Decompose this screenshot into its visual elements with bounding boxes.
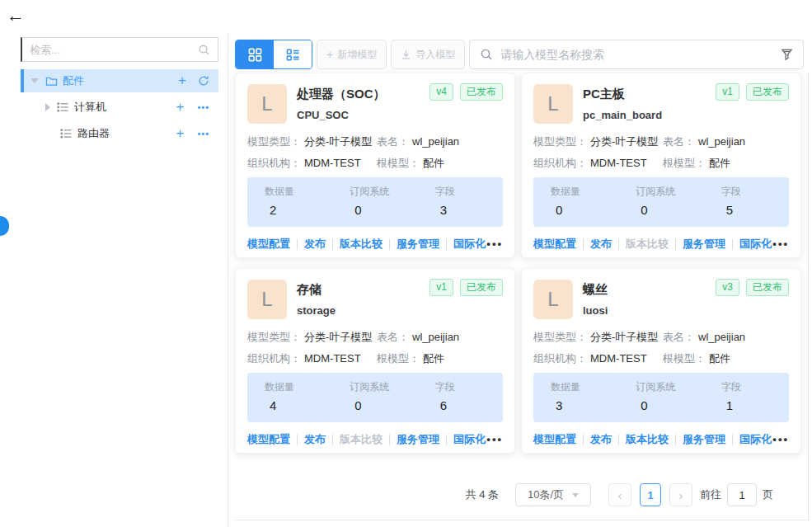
table-label: 表名： — [377, 330, 409, 345]
action-publish[interactable]: 发布 — [590, 432, 612, 447]
action-version-compare[interactable]: 版本比较 — [626, 237, 669, 252]
org-value: MDM-TEST — [304, 351, 361, 366]
card-info: 模型类型：分类-叶子模型 表名：wl_peijian 组织机构：MDM-TEST… — [247, 330, 503, 366]
card-view-toggle[interactable] — [236, 40, 274, 68]
action-publish[interactable]: 发布 — [590, 237, 612, 252]
tree-node-luyouqi[interactable]: 路由器 + ••• — [21, 122, 218, 145]
search-icon — [480, 48, 493, 61]
stat-label-fields: 字段 — [721, 186, 789, 197]
action-version-compare[interactable]: 版本比较 — [340, 432, 383, 447]
tree-node-label: 路由器 — [77, 126, 110, 141]
action-i18n[interactable]: 国际化 — [739, 432, 772, 447]
sidebar-divider — [228, 33, 228, 527]
action-publish[interactable]: 发布 — [304, 432, 326, 447]
next-page-button[interactable]: › — [669, 483, 692, 506]
status-badge: 已发布 — [460, 83, 503, 101]
model-code: storage — [297, 304, 336, 317]
stat-value-subscribers: 0 — [636, 399, 703, 412]
action-service-manage[interactable]: 服务管理 — [683, 432, 725, 447]
version-badge: v1 — [429, 279, 453, 296]
refresh-icon[interactable] — [198, 75, 209, 87]
card-actions: 模型配置 发布 版本比较 服务管理 国际化 ••• — [247, 432, 503, 447]
goto-page-input[interactable] — [727, 483, 757, 506]
card-actions: 模型配置 发布 版本比较 服务管理 国际化 ••• — [247, 237, 503, 252]
model-type-value: 分类-叶子模型 — [590, 134, 658, 149]
list-view-toggle[interactable] — [274, 40, 312, 68]
card-actions: 模型配置 发布 版本比较 服务管理 国际化 ••• — [533, 432, 789, 447]
stat-value-fields: 5 — [721, 204, 789, 217]
stats-panel: 数据量4 订阅系统0 字段6 — [247, 373, 503, 422]
model-type-label: 模型类型： — [533, 134, 587, 149]
add-node-icon[interactable]: + — [178, 74, 186, 87]
back-icon[interactable]: ← — [7, 5, 25, 26]
tree-node-label: 配件 — [63, 73, 84, 88]
avatar: L — [247, 84, 287, 124]
version-badge: v4 — [429, 83, 453, 101]
action-model-config[interactable]: 模型配置 — [533, 432, 576, 447]
panel-right-border — [808, 73, 809, 520]
tree-node-jisuanji[interactable]: 计算机 + ••• — [21, 96, 218, 119]
root-model-label: 根模型： — [663, 351, 706, 366]
avatar: L — [247, 280, 287, 319]
node-more-icon[interactable]: ••• — [197, 129, 209, 139]
model-card[interactable]: L PC主板 pc_main_board v1 已发布 模型类型：分类-叶子模型… — [521, 73, 801, 258]
stats-panel: 数据量2 订阅系统0 字段3 — [247, 177, 503, 227]
import-model-label: 导入模型 — [415, 48, 455, 62]
model-type-label: 模型类型： — [247, 134, 301, 149]
chevron-down-icon — [572, 493, 579, 497]
action-service-manage[interactable]: 服务管理 — [397, 432, 439, 447]
root-model-value: 配件 — [709, 351, 730, 366]
download-icon — [401, 49, 411, 60]
prev-page-button[interactable]: ‹ — [608, 483, 631, 506]
node-more-icon[interactable]: ••• — [197, 102, 209, 112]
stat-value-data-count: 4 — [265, 399, 332, 412]
org-label: 组织机构： — [247, 156, 301, 171]
action-publish[interactable]: 发布 — [304, 237, 326, 252]
more-actions-icon[interactable]: ••• — [772, 435, 789, 444]
total-count-label: 共 4 条 — [466, 487, 499, 502]
model-card[interactable]: L 存储 storage v1 已发布 模型类型：分类-叶子模型 表名：wl_p… — [235, 268, 515, 454]
drawer-toggle-handle[interactable] — [0, 216, 9, 236]
stat-label-data-count: 数据量 — [265, 186, 332, 197]
caret-right-icon[interactable] — [45, 103, 50, 111]
version-badge: v3 — [716, 279, 739, 296]
model-search-box — [469, 40, 804, 69]
tree-node-peijian[interactable]: 配件 + — [21, 69, 218, 92]
card-header: L 螺丝 luosi v3 已发布 — [533, 280, 789, 319]
org-value: MDM-TEST — [590, 156, 647, 171]
action-model-config[interactable]: 模型配置 — [247, 432, 290, 447]
filter-icon[interactable] — [781, 48, 793, 61]
action-version-compare[interactable]: 版本比较 — [626, 432, 669, 447]
model-card[interactable]: L 螺丝 luosi v3 已发布 模型类型：分类-叶子模型 表名：wl_pei… — [521, 268, 801, 454]
tree-search-input[interactable] — [30, 44, 198, 56]
page-unit-label: 页 — [763, 487, 773, 502]
stat-value-data-count: 0 — [551, 204, 618, 217]
more-actions-icon[interactable]: ••• — [486, 240, 503, 248]
action-service-manage[interactable]: 服务管理 — [683, 237, 725, 252]
model-code: pc_main_board — [583, 109, 662, 121]
action-i18n[interactable]: 国际化 — [453, 432, 486, 447]
action-service-manage[interactable]: 服务管理 — [397, 237, 439, 252]
action-i18n[interactable]: 国际化 — [739, 237, 772, 252]
add-model-button[interactable]: + 新增模型 — [317, 40, 387, 69]
page-number-button[interactable]: 1 — [640, 483, 661, 506]
import-model-button[interactable]: 导入模型 — [391, 40, 465, 69]
view-toggle-group — [235, 40, 312, 69]
org-value: MDM-TEST — [590, 351, 647, 366]
stat-value-data-count: 2 — [265, 204, 332, 217]
table-value: wl_peijian — [698, 134, 745, 149]
action-model-config[interactable]: 模型配置 — [247, 237, 290, 252]
more-actions-icon[interactable]: ••• — [486, 435, 503, 444]
model-card[interactable]: L 处理器（SOC） CPU_SOC v4 已发布 模型类型：分类-叶子模型 表… — [235, 73, 515, 258]
action-i18n[interactable]: 国际化 — [453, 237, 486, 252]
caret-down-icon[interactable] — [31, 78, 39, 83]
page-size-select[interactable]: 10条/页 — [515, 483, 591, 506]
model-tree: 配件 + 计算机 + ••• 路由器 + ••• — [21, 69, 218, 145]
add-node-icon[interactable]: + — [176, 127, 185, 140]
action-version-compare[interactable]: 版本比较 — [340, 237, 383, 252]
model-search-input[interactable] — [500, 48, 773, 61]
more-actions-icon[interactable]: ••• — [772, 240, 789, 248]
action-model-config[interactable]: 模型配置 — [533, 237, 576, 252]
add-node-icon[interactable]: + — [176, 101, 185, 114]
goto-label: 前往 — [700, 487, 721, 502]
